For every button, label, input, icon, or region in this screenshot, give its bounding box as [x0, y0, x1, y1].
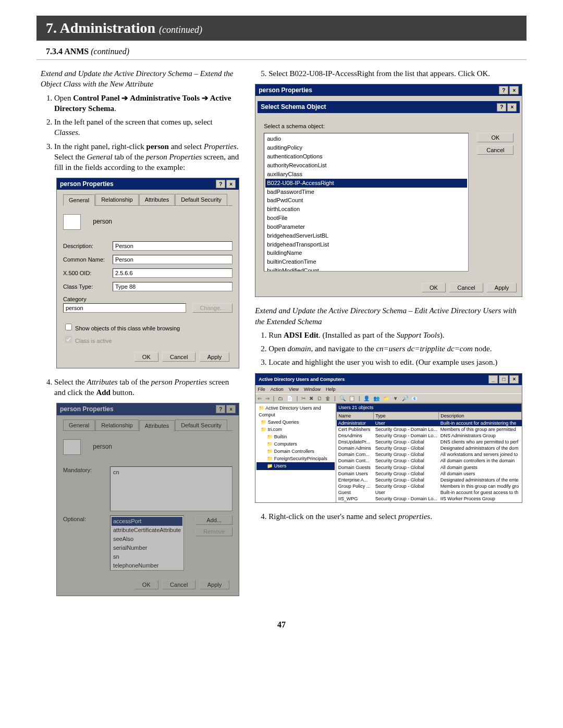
page-number: 47 [36, 610, 527, 640]
class-icon [63, 214, 81, 230]
menu-help[interactable]: Help [326, 386, 336, 392]
left-steps: Open Control Panel ➔ Administrative Tool… [41, 93, 239, 173]
list-view[interactable]: Users 21 objectsNameTypeDescriptionAdmin… [336, 403, 522, 502]
help-icon[interactable]: ? [216, 405, 225, 413]
oid-input[interactable] [113, 268, 232, 278]
class-active-checkbox[interactable] [65, 336, 72, 343]
schema-listbox[interactable]: audioauditingPolicyauthenticationOptions… [264, 133, 469, 272]
mandatory-listbox[interactable]: cn [110, 466, 232, 511]
common-name-label: Common Name: [63, 256, 113, 264]
step-2: In the left panel of the screen that com… [54, 117, 239, 138]
step-3: In the right panel, right-click person a… [54, 141, 239, 173]
close-icon[interactable]: × [226, 180, 236, 188]
cancel-button[interactable]: Cancel [162, 580, 195, 589]
maximize-icon[interactable]: □ [499, 375, 508, 384]
header-continued: (continued) [159, 24, 202, 35]
left-steps-cont: Select the Attributes tab of the person … [41, 377, 239, 398]
header-number: 7. [46, 20, 57, 36]
right-column: Select B022-U08-IP-AccessRight from the … [255, 65, 522, 604]
change-button[interactable]: Change... [192, 303, 233, 313]
close-icon[interactable]: × [226, 405, 236, 413]
left-intro: Extend and Update the Active Directory S… [41, 68, 239, 90]
tab-attributes[interactable]: Attributes [139, 194, 175, 205]
step-5: Select B022-U08-IP-AccessRight from the … [268, 68, 522, 79]
toolbar: ⇐ ⇒ | 🗀 📄 | ✂ ✖ 🗋 🗑 | 🔍 📋 | 👤 👥 📁 ▼ 🔎 📧 [255, 393, 522, 404]
optional-listbox[interactable]: accessPortattributeCertificateAttributes… [110, 515, 184, 571]
r-step-4: Right-click on the user's name and selec… [268, 511, 522, 522]
sub-dialog-title: Select Schema Object [261, 103, 326, 111]
r-step-1: Run ADSI Edit. (Installed as part of the… [268, 330, 522, 340]
menubar: FileActionViewWindowHelp [255, 385, 522, 393]
menu-file[interactable]: File [258, 386, 265, 392]
object-label: person [93, 218, 112, 225]
header-title: Administration [59, 20, 155, 36]
tab-default-security[interactable]: Default Security [175, 419, 227, 431]
ok-button[interactable]: OK [134, 580, 158, 589]
cancel-button[interactable]: Cancel [449, 283, 483, 292]
aduc-title: Active Directory Users and Computers [259, 376, 345, 382]
cancel-button[interactable]: Cancel [477, 145, 513, 155]
section-number: 7.3.4 [46, 47, 63, 56]
close-icon[interactable]: × [507, 103, 517, 112]
class-icon [63, 439, 81, 455]
dialog-title: person Properties [259, 86, 312, 94]
section-name: ANMS [64, 47, 89, 56]
ok-button[interactable]: OK [422, 283, 446, 292]
tab-relationship[interactable]: Relationship [95, 419, 139, 431]
tree-view[interactable]: 📁 Active Directory Users and Comput 📁 Sa… [255, 403, 336, 502]
r-step-2: Open domain, and navigate to the cn=user… [268, 343, 522, 354]
help-icon[interactable]: ? [497, 103, 506, 112]
apply-button[interactable]: Apply [200, 352, 230, 362]
minimize-icon[interactable]: _ [488, 375, 498, 384]
step-1: Open Control Panel ➔ Administrative Tool… [54, 93, 239, 114]
step-4: Select the Attributes tab of the person … [54, 377, 239, 398]
category-input[interactable] [63, 303, 186, 313]
show-objects-checkbox[interactable] [65, 324, 72, 330]
apply-button[interactable]: Apply [487, 283, 517, 292]
class-type-input[interactable] [113, 282, 232, 291]
close-icon[interactable]: × [509, 375, 519, 384]
section-continued: (continued) [91, 47, 129, 56]
tab-general[interactable]: General [63, 194, 95, 206]
cancel-button[interactable]: Cancel [162, 352, 195, 362]
help-icon[interactable]: ? [499, 86, 508, 94]
tabs: General Relationship Attributes Default … [63, 194, 232, 206]
r-step-3: Locate and highlight the user you wish t… [268, 357, 522, 367]
mandatory-label: Mandatory: [63, 466, 105, 474]
aduc-window: Active Directory Users and Computers _□×… [255, 373, 522, 503]
common-name-input[interactable] [113, 255, 232, 264]
menu-view[interactable]: View [289, 386, 299, 392]
menu-action[interactable]: Action [271, 386, 284, 392]
class-type-label: Class Type: [63, 283, 113, 291]
right-intro2: Extend and Update the Active Directory S… [255, 305, 522, 327]
ok-button[interactable]: OK [477, 133, 513, 142]
dialog-title: person Properties [60, 180, 114, 188]
select-schema-object-dialog: person Properties ?× Select Schema Objec… [255, 84, 522, 297]
object-label: person [93, 443, 112, 451]
oid-label: X.500 OID: [63, 269, 113, 277]
add-button[interactable]: Add... [195, 515, 232, 525]
ok-button[interactable]: OK [134, 352, 158, 362]
tab-default-security[interactable]: Default Security [175, 194, 227, 205]
apply-button[interactable]: Apply [200, 580, 230, 589]
category-label: Category [63, 295, 232, 303]
help-icon[interactable]: ? [216, 180, 225, 188]
person-properties-attributes-dialog: person Properties ?× General Relationshi… [56, 403, 239, 596]
tab-relationship[interactable]: Relationship [95, 194, 139, 205]
dialog-title: person Properties [60, 405, 114, 413]
menu-window[interactable]: Window [304, 386, 321, 392]
tab-general[interactable]: General [63, 419, 95, 431]
schema-select-label: Select a schema object: [264, 122, 513, 130]
person-properties-general-dialog: person Properties ?× General Relationshi… [56, 178, 239, 368]
description-label: Description: [63, 242, 113, 250]
description-input[interactable] [113, 241, 232, 251]
close-icon[interactable]: × [509, 86, 519, 94]
tab-attributes[interactable]: Attributes [139, 420, 175, 431]
left-column: Extend and Update the Active Directory S… [41, 65, 239, 604]
remove-button[interactable]: Remove [195, 527, 232, 536]
optional-label: Optional: [63, 515, 105, 523]
